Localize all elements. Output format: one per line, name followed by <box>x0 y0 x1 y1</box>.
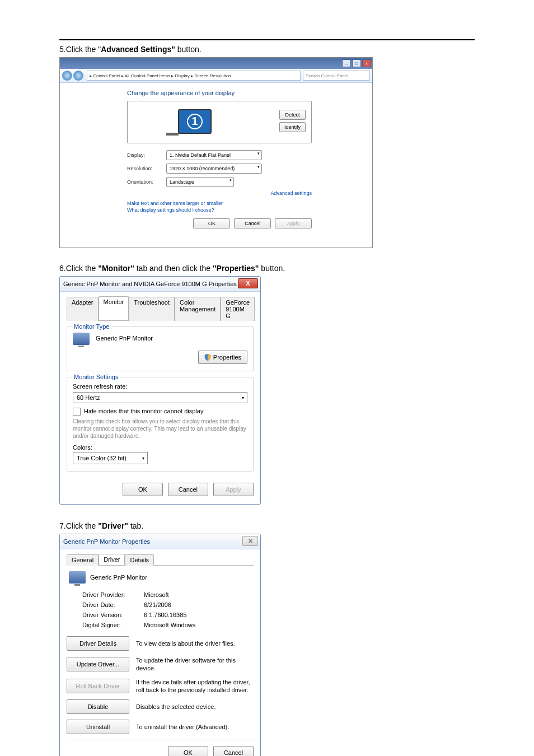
tab-strip: General Driver Details <box>67 554 254 566</box>
refresh-rate-label: Screen refresh rate: <box>73 383 247 390</box>
tab-strip: Adapter Monitor Troubleshoot Color Manag… <box>67 296 254 321</box>
apply-button[interactable]: Apply <box>213 483 254 496</box>
tab-adapter[interactable]: Adapter <box>67 297 99 321</box>
shield-icon <box>204 354 211 361</box>
search-input[interactable]: Search Control Panel <box>303 71 370 81</box>
update-driver-desc: To update the driver software for this d… <box>136 656 254 673</box>
text: button. <box>259 264 285 273</box>
dialog-title-text: Generic PnP Monitor Properties <box>63 538 150 545</box>
step-7-text: 7.Click the "Driver" tab. <box>59 521 475 530</box>
dialog-titlebar: Generic PnP Monitor and NVIDIA GeForce 9… <box>60 277 260 292</box>
text-bold: "Monitor" <box>98 264 134 273</box>
monitor-type-group: Monitor Type Generic PnP Monitor Propert… <box>67 326 254 371</box>
provider-label: Driver Provider: <box>82 591 144 598</box>
resolution-label: Resolution: <box>127 166 166 171</box>
text-bold: Advanced Settings" <box>101 45 175 54</box>
monitor-thumbnail[interactable]: 1 <box>178 109 212 134</box>
back-button[interactable] <box>62 71 72 81</box>
hide-modes-label: Hide modes that this monitor cannot disp… <box>84 408 203 414</box>
maximize-button[interactable]: □ <box>352 59 361 67</box>
close-button[interactable]: X <box>238 278 258 288</box>
tab-color-management[interactable]: Color Management <box>175 297 221 321</box>
date-value: 6/21/2006 <box>144 601 171 608</box>
button-label: Properties <box>213 354 241 361</box>
advanced-settings-link[interactable]: Advanced settings <box>127 190 312 196</box>
text: tab. <box>128 521 143 530</box>
hide-modes-checkbox[interactable] <box>73 408 81 416</box>
device-name-text: Generic PnP Monitor <box>90 574 147 581</box>
version-value: 6.1.7600.16385 <box>144 612 186 618</box>
disable-desc: Disables the selected device. <box>136 703 216 711</box>
monitor-number: 1 <box>187 114 203 129</box>
version-label: Driver Version: <box>82 612 144 618</box>
driver-details-button[interactable]: Driver Details <box>67 636 129 651</box>
display-help-link[interactable]: What display settings should I choose? <box>127 207 312 213</box>
monitor-stand <box>166 133 179 136</box>
driver-properties-dialog: Generic PnP Monitor Properties ✕ General… <box>59 534 261 756</box>
rollback-driver-desc: If the device fails after updating the d… <box>136 678 254 694</box>
page-heading: Change the appearance of your display <box>127 90 312 96</box>
minimize-button[interactable]: – <box>342 59 351 67</box>
identify-button[interactable]: Identify <box>279 122 306 132</box>
text-bold: "Driver" <box>98 521 128 530</box>
text: 5.Click the <box>59 45 98 54</box>
text: 6.Click the <box>59 264 98 273</box>
text: tab and then click the <box>134 264 213 273</box>
close-button[interactable]: × <box>362 59 371 67</box>
cancel-button[interactable]: Cancel <box>234 218 271 228</box>
display-select[interactable]: 1. Nvidia Default Flat Panel <box>166 150 262 160</box>
driver-details-desc: To view details about the driver files. <box>136 640 235 647</box>
monitor-properties-button[interactable]: Properties <box>198 351 247 364</box>
text-bold: "Properties" <box>213 264 259 273</box>
monitor-icon <box>73 333 90 345</box>
display-label: Display: <box>127 152 166 158</box>
group-legend: Monitor Settings <box>72 374 120 380</box>
breadcrumb[interactable]: ▸ Control Panel ▸ All Control Panel Item… <box>87 71 301 81</box>
uninstall-button[interactable]: Uninstall <box>67 720 129 734</box>
tab-troubleshoot[interactable]: Troubleshoot <box>129 297 175 321</box>
orientation-select[interactable]: Landscape <box>166 177 234 187</box>
text: 7.Click the <box>59 521 98 530</box>
step-6-text: 6.Click the "Monitor" tab and then click… <box>59 264 475 273</box>
ok-button[interactable]: OK <box>193 218 230 228</box>
monitor-properties-dialog: Generic PnP Monitor and NVIDIA GeForce 9… <box>59 276 261 505</box>
tab-monitor[interactable]: Monitor <box>99 296 129 320</box>
horizontal-rule <box>59 39 475 40</box>
colors-select[interactable]: True Color (32 bit) <box>73 452 148 464</box>
group-legend: Monitor Type <box>72 323 111 330</box>
navigation-bar: ▸ Control Panel ▸ All Control Panel Item… <box>60 69 372 83</box>
provider-value: Microsoft <box>144 591 169 598</box>
signer-label: Digital Signer: <box>82 622 144 628</box>
uninstall-desc: To uninstall the driver (Advanced). <box>136 723 229 731</box>
ok-button[interactable]: OK <box>168 746 208 756</box>
cancel-button[interactable]: Cancel <box>168 483 208 496</box>
disable-button[interactable]: Disable <box>67 699 129 714</box>
monitor-preview-area: 1 Detect Identify <box>127 101 312 143</box>
dialog-title-text: Generic PnP Monitor and NVIDIA GeForce 9… <box>63 281 237 287</box>
dialog-titlebar: Generic PnP Monitor Properties ✕ <box>60 534 260 549</box>
detect-button[interactable]: Detect <box>279 110 306 120</box>
apply-button[interactable]: Apply <box>275 218 312 228</box>
ok-button[interactable]: OK <box>123 483 163 496</box>
forward-button[interactable] <box>73 71 83 81</box>
update-driver-button[interactable]: Update Driver... <box>67 657 129 671</box>
monitor-settings-group: Monitor Settings Screen refresh rate: 60… <box>67 377 254 472</box>
step-5-text: 5.Click the "Advanced Settings" button. <box>59 45 475 54</box>
tab-details[interactable]: Details <box>125 554 154 566</box>
signer-value: Microsoft Windows <box>144 622 195 628</box>
text-size-link[interactable]: Make text and other items larger or smal… <box>127 200 312 206</box>
text: button. <box>175 45 202 54</box>
screen-resolution-window: – □ × ▸ Control Panel ▸ All Control Pane… <box>59 57 373 248</box>
tab-gpu[interactable]: GeForce 9100M G <box>221 297 255 321</box>
close-button[interactable]: ✕ <box>242 536 258 546</box>
tab-general[interactable]: General <box>67 554 99 566</box>
help-text: Clearing this check box allows you to se… <box>73 418 247 440</box>
refresh-rate-select[interactable]: 60 Hertz <box>73 392 247 403</box>
cancel-button[interactable]: Cancel <box>213 746 254 756</box>
tab-driver[interactable]: Driver <box>99 554 125 565</box>
rollback-driver-button[interactable]: Roll Back Driver <box>67 679 129 693</box>
resolution-select[interactable]: 1920 × 1080 (recommended) <box>166 164 262 174</box>
monitor-icon <box>69 571 86 584</box>
titlebar: – □ × <box>60 58 372 69</box>
orientation-label: Orientation: <box>127 179 166 185</box>
